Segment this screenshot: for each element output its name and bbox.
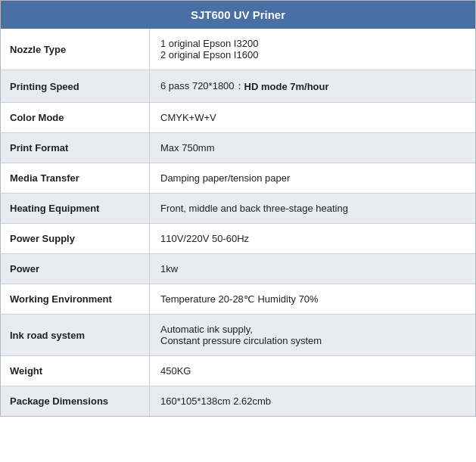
table-row: Power1kw bbox=[1, 254, 475, 284]
spec-label-ink-road-system: Ink road system bbox=[1, 315, 150, 355]
table-row: Nozzle Type1 original Epson I32002 origi… bbox=[1, 29, 475, 70]
table-row: Ink road systemAutomatic ink supply,Cons… bbox=[1, 315, 475, 356]
spec-label-printing-speed: Printing Speed bbox=[1, 70, 150, 102]
spec-label-power: Power bbox=[1, 254, 150, 284]
spec-value-ink-road-system: Automatic ink supply,Constant pressure c… bbox=[150, 315, 475, 355]
spec-value-print-format: Max 750mm bbox=[150, 133, 475, 163]
spec-table: SJT600 UV Priner Nozzle Type1 original E… bbox=[0, 0, 476, 417]
table-row: Color ModeCMYK+W+V bbox=[1, 103, 475, 133]
spec-value-heating-equipment: Front, middle and back three-stage heati… bbox=[150, 194, 475, 223]
spec-label-nozzle-type: Nozzle Type bbox=[1, 29, 150, 70]
spec-label-package-dimensions: Package Dimensions bbox=[1, 386, 150, 416]
spec-value-weight: 450KG bbox=[150, 356, 475, 386]
spec-label-heating-equipment: Heating Equipment bbox=[1, 194, 150, 223]
spec-label-print-format: Print Format bbox=[1, 133, 150, 163]
spec-value-power: 1kw bbox=[150, 254, 475, 284]
table-header: SJT600 UV Priner bbox=[1, 1, 475, 29]
table-row: Package Dimensions160*105*138cm 2.62cmb bbox=[1, 386, 475, 416]
table-title: SJT600 UV Priner bbox=[191, 8, 285, 21]
table-row: Heating EquipmentFront, middle and back … bbox=[1, 194, 475, 224]
table-row: Power Supply110V/220V 50-60Hz bbox=[1, 224, 475, 254]
spec-value-media-transfer: Damping paper/tension paper bbox=[150, 163, 475, 193]
spec-label-working-environment: Working Environment bbox=[1, 284, 150, 314]
spec-value-power-supply: 110V/220V 50-60Hz bbox=[150, 224, 475, 253]
spec-value-working-environment: Temperature 20-28℃ Humidity 70% bbox=[150, 284, 475, 314]
spec-label-power-supply: Power Supply bbox=[1, 224, 150, 253]
table-row: Media TransferDamping paper/tension pape… bbox=[1, 163, 475, 194]
spec-value-printing-speed: 6 pass 720*1800：HD mode 7m/hour bbox=[150, 70, 475, 102]
spec-label-media-transfer: Media Transfer bbox=[1, 163, 150, 193]
spec-value-nozzle-type: 1 original Epson I32002 original Epson I… bbox=[150, 29, 475, 70]
spec-value-package-dimensions: 160*105*138cm 2.62cmb bbox=[150, 386, 475, 416]
spec-label-weight: Weight bbox=[1, 356, 150, 386]
table-row: Printing Speed6 pass 720*1800：HD mode 7m… bbox=[1, 70, 475, 103]
spec-label-color-mode: Color Mode bbox=[1, 103, 150, 132]
table-row: Working EnvironmentTemperature 20-28℃ Hu… bbox=[1, 284, 475, 315]
spec-value-color-mode: CMYK+W+V bbox=[150, 103, 475, 132]
table-row: Print FormatMax 750mm bbox=[1, 133, 475, 163]
table-row: Weight450KG bbox=[1, 356, 475, 386]
